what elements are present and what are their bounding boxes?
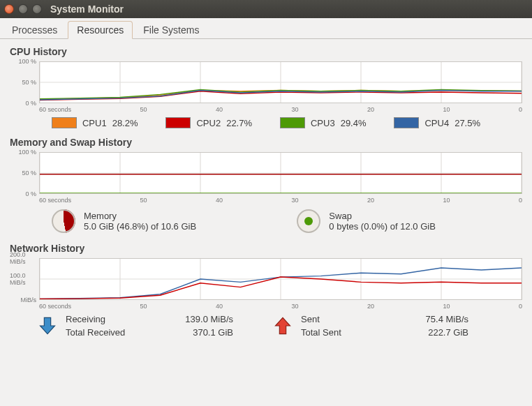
net-ytick: 100.0 MiB/s [10,272,36,286]
xaxis-tick: 10 [443,197,450,204]
xaxis-tick: 30 [291,197,298,204]
swap-pie-icon [297,209,320,233]
cpu4-swatch[interactable] [394,117,419,128]
net-y-labels: 200.0 MiB/s 100.0 MiB/s MiB/s [10,258,39,300]
memory-block: Memory 5.0 GiB (46.8%) of 10.6 GiB [52,209,196,233]
xaxis-tick: 30 [291,303,298,310]
cpu3-pct: 29.4% [341,118,367,128]
xaxis-tick: 60 seconds [39,303,71,310]
net-ytick: MiB/s [21,296,37,303]
memory-history-title: Memory and Swap History [10,137,522,148]
tab-file-systems[interactable]: File Systems [134,21,208,38]
cpu-x-axis: 60 seconds 50 40 30 20 10 0 [39,105,522,114]
network-chart [39,258,522,300]
download-arrow-icon [38,315,57,337]
mem-y-labels: 100 % 50 % 0 % [10,152,39,194]
swap-label: Swap [329,211,435,221]
xaxis-tick: 20 [367,106,374,113]
net-ytick: 200.0 MiB/s [10,251,36,265]
xaxis-tick: 10 [443,303,450,310]
total-received-label: Total Received [66,327,149,338]
memory-pie-icon [52,209,75,233]
cpu-legend-item: CPU2 22.7% [165,117,252,128]
cpu1-pct: 28.2% [112,118,138,128]
upload-arrow-icon [273,315,293,337]
cpu-legend-item: CPU3 29.4% [280,117,367,128]
xaxis-tick: 20 [367,197,374,204]
cpu-legend-item: CPU1 28.2% [52,117,138,128]
maximize-icon[interactable] [32,4,42,14]
sent-block: Sent 75.4 MiB/s Total Sent 222.7 GiB [273,314,508,338]
receiving-rate: 139.0 MiB/s [149,314,233,324]
tab-processes[interactable]: Processes [3,21,66,38]
xaxis-tick: 50 [140,303,147,310]
cpu1-label: CPU1 [82,118,107,128]
total-received-value: 370.1 GiB [149,327,233,338]
xaxis-tick: 30 [291,106,298,113]
memory-chart-wrap: 100 % 50 % 0 % [10,152,522,194]
memory-label: Memory [84,211,196,221]
cpu3-label: CPU3 [311,118,335,128]
swap-block: Swap 0 bytes (0.0%) of 12.0 GiB [297,209,435,233]
sent-label: Sent [301,314,385,324]
cpu2-pct: 22.7% [226,118,252,128]
xaxis-tick: 10 [443,106,450,113]
cpu-chart [39,61,522,103]
total-sent-value: 222.7 GiB [385,327,468,338]
close-icon[interactable] [4,4,14,14]
swap-detail: 0 bytes (0.0%) of 12.0 GiB [329,221,435,232]
titlebar: System Monitor [0,0,532,18]
tab-bar: Processes Resources File Systems [0,18,532,39]
mem-x-axis: 60 seconds 50 40 30 20 10 0 [39,195,522,205]
cpu-legend-item: CPU4 27.5% [394,117,480,128]
minimize-icon[interactable] [18,4,28,14]
xaxis-tick: 40 [216,106,223,113]
cpu-ytick: 0 % [25,100,36,107]
cpu-chart-wrap: 100 % 50 % 0 % [10,61,522,103]
cpu-history-title: CPU History [10,46,522,57]
cpu-ytick: 100 % [18,58,36,65]
network-chart-wrap: 200.0 MiB/s 100.0 MiB/s MiB/s [10,258,522,300]
memory-summary-row: Memory 5.0 GiB (46.8%) of 10.6 GiB Swap … [10,205,522,240]
window-title: System Monitor [50,3,124,15]
network-history-title: Network History [10,243,522,254]
cpu2-swatch[interactable] [165,117,191,128]
memory-detail: 5.0 GiB (46.8%) of 10.6 GiB [84,221,196,232]
cpu3-swatch[interactable] [280,117,305,128]
xaxis-tick: 40 [216,303,223,310]
xaxis-tick: 60 seconds [39,197,71,204]
cpu-legend: CPU1 28.2% CPU2 22.7% CPU3 29.4% CPU4 27… [10,114,522,134]
cpu2-label: CPU2 [196,118,221,128]
receiving-block: Receiving 139.0 MiB/s Total Received 370… [38,314,273,338]
xaxis-tick: 0 [519,303,522,310]
cpu4-label: CPU4 [424,118,449,128]
mem-ytick: 100 % [18,149,36,156]
net-x-axis: 60 seconds 50 40 30 20 10 0 [39,301,522,311]
xaxis-tick: 20 [367,303,374,310]
xaxis-tick: 50 [140,106,147,113]
sent-rate: 75.4 MiB/s [385,314,468,324]
xaxis-tick: 0 [519,197,522,204]
xaxis-tick: 50 [140,197,147,204]
mem-ytick: 50 % [22,170,36,176]
cpu-y-labels: 100 % 50 % 0 % [10,61,39,103]
network-summary-row: Receiving 139.0 MiB/s Total Received 370… [10,311,522,343]
xaxis-tick: 0 [519,106,522,113]
cpu1-swatch[interactable] [52,117,77,128]
mem-ytick: 0 % [25,190,36,197]
cpu-ytick: 50 % [22,79,36,86]
xaxis-tick: 40 [216,197,223,204]
content-area: CPU History 100 % 50 % 0 % 60 seconds 50… [0,39,532,347]
total-sent-label: Total Sent [301,327,385,338]
xaxis-tick: 60 seconds [39,106,71,113]
receiving-label: Receiving [66,314,149,324]
tab-resources[interactable]: Resources [68,21,133,39]
cpu4-pct: 27.5% [455,118,480,128]
memory-chart [39,152,522,194]
